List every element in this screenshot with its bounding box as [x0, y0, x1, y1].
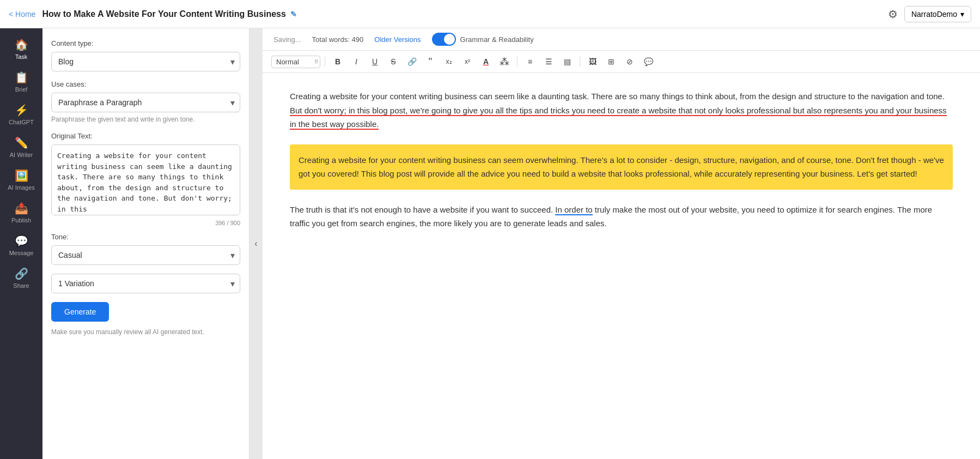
word-count: Total words: 490 [312, 35, 364, 44]
grammar-label: Grammar & Readability [460, 35, 534, 44]
table-button[interactable]: ⊞ [603, 54, 619, 69]
message-icon: 💬 [15, 234, 28, 247]
sidebar-item-ai-images[interactable]: 🖼️ AI Images [0, 164, 42, 196]
sidebar-item-share[interactable]: 🔗 Share [0, 262, 42, 294]
ordered-list-button[interactable]: ≡ [522, 54, 538, 69]
user-dropdown[interactable]: NarratoDemo ▾ [904, 6, 971, 22]
tone-select-wrapper: Casual Formal Friendly Professional [51, 245, 240, 265]
unordered-list-button[interactable]: ☰ [540, 54, 557, 69]
sidebar-item-ai-writer[interactable]: ✏️ AI Writer [0, 131, 42, 164]
editor-content[interactable]: Creating a website for your content writ… [263, 73, 980, 459]
style-select-wrapper: Normal Heading 1 Heading 2 [271, 56, 320, 68]
saving-status: Saving... [273, 35, 301, 44]
editor-topbar: Saving... Total words: 490 Older Version… [263, 28, 980, 51]
sidebar-item-brief[interactable]: 📋 Brief [0, 65, 42, 98]
sidebar-item-task[interactable]: 🏠 Task [0, 33, 42, 65]
ai-disclaimer: Make sure you manually review all AI gen… [51, 328, 240, 336]
align-button[interactable]: ▤ [559, 54, 575, 69]
sidebar-item-chatgpt[interactable]: ⚡ ChatGPT [0, 98, 42, 131]
variation-select[interactable]: 1 Variation 2 Variations 3 Variations [51, 274, 240, 293]
sidebar-item-message[interactable]: 💬 Message [0, 229, 42, 262]
tone-select[interactable]: Casual Formal Friendly Professional [51, 245, 240, 265]
quote-button[interactable]: " [422, 54, 439, 69]
generate-button[interactable]: Generate [51, 302, 109, 322]
use-case-description: Paraphrase the given text and write in g… [51, 116, 240, 123]
subscript-button[interactable]: x₂ [441, 54, 457, 69]
content-type-label: Content type: [51, 39, 240, 47]
page-title: How to Make A Website For Your Content W… [42, 9, 888, 19]
icon-sidebar: 🏠 Task 📋 Brief ⚡ ChatGPT ✏️ AI Writer 🖼️… [0, 28, 42, 459]
paragraph-1: Creating a website for your content writ… [290, 89, 953, 131]
image-button[interactable]: 🖼 [585, 54, 601, 69]
settings-icon[interactable]: ⚙ [888, 8, 898, 21]
paragraph-3: The truth is that it's not enough to hav… [290, 203, 953, 231]
format-toolbar: Normal Heading 1 Heading 2 B I U S 🔗 " x… [263, 51, 980, 73]
toolbar-divider-2 [517, 56, 518, 67]
strikethrough-button[interactable]: S [385, 54, 401, 69]
ai-writer-icon: ✏️ [15, 136, 28, 149]
left-panel: Content type: Blog Article Social Post U… [42, 28, 249, 459]
toolbar-divider-3 [580, 56, 580, 67]
clear-format-button[interactable]: ⊘ [622, 54, 638, 69]
special-chars-button[interactable]: ⁂ [496, 54, 513, 69]
chatgpt-icon: ⚡ [15, 104, 28, 117]
use-case-select-wrapper: Paraphrase a Paragraph Summarize Expand [51, 93, 240, 112]
grammar-underline-1: But don't worry; in this blog post, we'r… [290, 106, 947, 130]
publish-icon: 📤 [15, 202, 28, 215]
grammar-toggle-wrapper: Grammar & Readability [432, 33, 534, 46]
underline-button[interactable]: U [367, 54, 383, 69]
content-type-select-wrapper: Blog Article Social Post [51, 52, 240, 71]
link-underline: In order to [555, 205, 592, 215]
font-color-button[interactable]: A [478, 54, 494, 69]
link-button[interactable]: 🔗 [404, 54, 420, 69]
topbar: < Home How to Make A Website For Your Co… [0, 0, 980, 28]
original-text-wrapper: Creating a website for your content writ… [51, 144, 240, 218]
bold-button[interactable]: B [330, 54, 346, 69]
collapse-panel-button[interactable]: ‹ [249, 28, 263, 459]
topbar-right: ⚙ NarratoDemo ▾ [888, 6, 971, 22]
italic-button[interactable]: I [348, 54, 364, 69]
toolbar-divider-1 [325, 56, 325, 67]
grammar-toggle[interactable] [432, 33, 456, 46]
brief-icon: 📋 [15, 71, 28, 84]
original-text-label: Original Text: [51, 132, 240, 140]
highlighted-paragraph: Creating a website for your content writ… [290, 144, 953, 190]
comment-button[interactable]: 💬 [640, 54, 656, 69]
style-select[interactable]: Normal Heading 1 Heading 2 [271, 56, 320, 68]
superscript-button[interactable]: x² [459, 54, 476, 69]
back-button[interactable]: < Home [9, 10, 35, 19]
main-layout: 🏠 Task 📋 Brief ⚡ ChatGPT ✏️ AI Writer 🖼️… [0, 28, 980, 459]
older-versions-link[interactable]: Older Versions [374, 35, 421, 44]
task-icon: 🏠 [15, 38, 28, 51]
share-icon: 🔗 [15, 267, 28, 280]
char-count: 396 / 900 [51, 220, 240, 226]
chevron-left-icon: ‹ [254, 239, 257, 249]
variation-select-wrapper: 1 Variation 2 Variations 3 Variations [51, 274, 240, 293]
content-type-select[interactable]: Blog Article Social Post [51, 52, 240, 71]
sidebar-item-publish[interactable]: 📤 Publish [0, 196, 42, 229]
editor-area: Saving... Total words: 490 Older Version… [263, 28, 980, 459]
original-text-input[interactable]: Creating a website for your content writ… [51, 144, 240, 215]
edit-title-icon[interactable]: ✎ [290, 10, 297, 19]
use-case-select[interactable]: Paraphrase a Paragraph Summarize Expand [51, 93, 240, 112]
ai-images-icon: 🖼️ [15, 169, 28, 182]
use-cases-label: Use cases: [51, 80, 240, 88]
tone-label: Tone: [51, 233, 240, 241]
